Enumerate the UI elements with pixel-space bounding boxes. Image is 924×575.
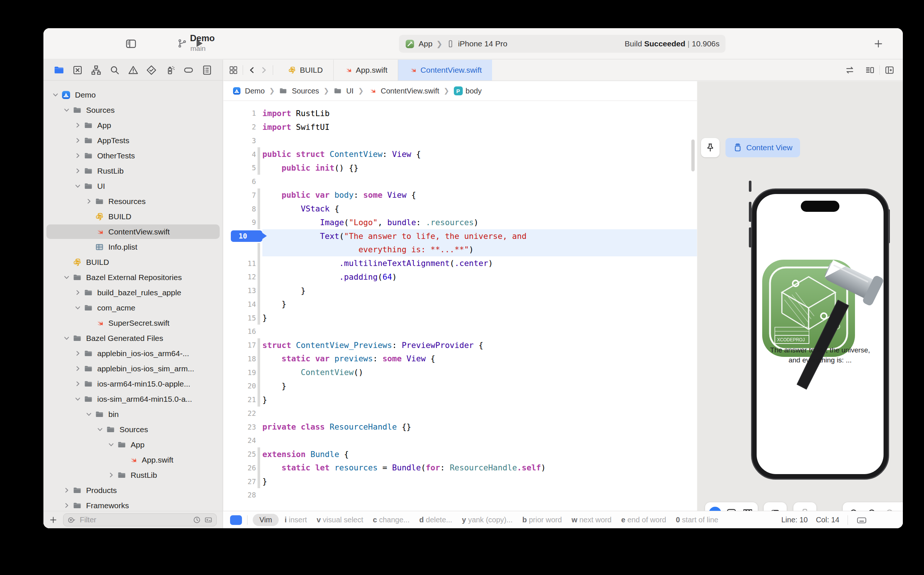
disclosure-closed-icon[interactable]: [72, 289, 83, 296]
line-gutter[interactable]: 19: [223, 365, 262, 379]
go-back-icon[interactable]: [248, 66, 256, 75]
sidebar-item-ui[interactable]: UI: [43, 178, 223, 194]
disclosure-open-icon[interactable]: [61, 335, 72, 342]
code-line-28[interactable]: 28: [223, 488, 697, 502]
reports-list-icon[interactable]: [201, 64, 213, 76]
code-text[interactable]: [262, 175, 697, 189]
sidebar-item-products[interactable]: Products: [43, 483, 223, 498]
code-line-10[interactable]: 10 Text("The answer to life, the univers…: [223, 229, 697, 243]
sidebar-item-ios-arm64-min15-0-apple-[interactable]: ios-arm64-min15.0-apple...: [43, 376, 223, 391]
sidebar-item-info-plist[interactable]: Info.plist: [43, 239, 223, 254]
line-gutter[interactable]: 6: [223, 175, 262, 189]
sidebar-item-bazel-generated-files[interactable]: Bazel Generated Files: [43, 330, 223, 346]
tests-diamond-icon[interactable]: [145, 64, 157, 76]
code-text[interactable]: }: [262, 297, 697, 311]
code-text[interactable]: .multilineTextAlignment(.center): [262, 256, 697, 270]
code-line-26[interactable]: 26 static let resources = Bundle(for: Re…: [223, 461, 697, 475]
sidebar-item-app-swift[interactable]: App.swift: [43, 452, 223, 467]
code-text[interactable]: everything is: **...**"): [262, 243, 697, 257]
code-text[interactable]: [262, 434, 697, 447]
code-line-9[interactable]: 9 Image("Logo", bundle: .resources): [223, 216, 697, 229]
sidebar-item-build-bazel-rules-apple[interactable]: build_bazel_rules_apple: [43, 285, 223, 300]
code-line-7[interactable]: 7 public var body: some View {: [223, 189, 697, 202]
pin-preview-button[interactable]: [701, 138, 719, 157]
recent-files-clock-icon[interactable]: [192, 516, 201, 524]
disclosure-open-icon[interactable]: [50, 91, 60, 98]
sidebar-item-othertests[interactable]: OtherTests: [43, 148, 223, 163]
disclosure-open-icon[interactable]: [106, 441, 116, 448]
code-line-19[interactable]: 19 ContentView(): [223, 365, 697, 379]
code-text[interactable]: Text("The answer to life, the universe, …: [262, 229, 697, 243]
line-gutter[interactable]: [223, 243, 262, 257]
disclosure-closed-icon[interactable]: [61, 502, 72, 509]
source-control-icon[interactable]: [72, 64, 83, 76]
code-line-1[interactable]: 1import RustLib: [223, 106, 697, 120]
sidebar-item-supersecret-swift[interactable]: SuperSecret.swift: [43, 315, 223, 330]
symbol-hierarchy-icon[interactable]: [90, 64, 102, 76]
code-text[interactable]: .padding(64): [262, 270, 697, 284]
sidebar-item-build[interactable]: BUILD: [43, 209, 223, 224]
code-text[interactable]: [262, 488, 697, 502]
disclosure-closed-icon[interactable]: [72, 122, 83, 129]
sidebar-item-sources[interactable]: Sources: [43, 422, 223, 437]
code-line-24[interactable]: 24: [223, 434, 697, 447]
code-text[interactable]: static let resources = Bundle(for: Resou…: [262, 461, 697, 475]
disclosure-closed-icon[interactable]: [72, 167, 83, 174]
current-line-gutter[interactable]: 10: [223, 229, 262, 243]
disclosure-open-icon[interactable]: [61, 274, 72, 281]
code-text[interactable]: static var previews: some View {: [262, 352, 697, 366]
sidebar-item-applebin-ios-ios-arm64-[interactable]: applebin_ios-ios_arm64-...: [43, 346, 223, 361]
code-text[interactable]: [262, 325, 697, 338]
breadcrumb-contentview-swift[interactable]: ContentView.swift: [368, 87, 439, 95]
line-gutter[interactable]: 1: [223, 106, 262, 120]
keyboard-icon[interactable]: [856, 515, 867, 526]
tab-contentview-swift[interactable]: ContentView.swift: [398, 60, 492, 81]
line-gutter[interactable]: 22: [223, 407, 262, 420]
build-status[interactable]: Build Succeeded|10.906s: [625, 39, 719, 48]
code-text[interactable]: public struct ContentView: View {: [262, 147, 697, 161]
code-line-11[interactable]: 11 .multilineTextAlignment(.center): [223, 256, 697, 270]
line-gutter[interactable]: 24: [223, 434, 262, 447]
code-line-5[interactable]: 5 public init() {}: [223, 161, 697, 175]
line-gutter[interactable]: 16: [223, 325, 262, 338]
code-line-4[interactable]: 4public struct ContentView: View {: [223, 147, 697, 161]
editor-options-icon[interactable]: [865, 65, 875, 75]
code-line-27[interactable]: 27}: [223, 475, 697, 488]
issues-warning-icon[interactable]: [127, 64, 139, 76]
related-items-icon[interactable]: [229, 65, 238, 75]
line-gutter[interactable]: 13: [223, 284, 262, 297]
tab-app-swift[interactable]: App.swift: [334, 60, 398, 81]
code-text[interactable]: struct ContentView_Previews: PreviewProv…: [262, 338, 697, 352]
editor-scrollbar[interactable]: [691, 140, 695, 172]
swap-editor-icon[interactable]: [844, 65, 855, 75]
sidebar-item-build[interactable]: BUILD: [43, 254, 223, 270]
code-text[interactable]: extension Bundle {: [262, 447, 697, 461]
breadcrumb-demo[interactable]: Demo: [232, 86, 265, 95]
sidebar-item-demo[interactable]: Demo: [43, 87, 223, 102]
line-gutter[interactable]: 7: [223, 189, 262, 202]
disclosure-open-icon[interactable]: [72, 396, 83, 402]
destination-name[interactable]: iPhone 14 Pro: [458, 39, 507, 48]
code-line-21[interactable]: 21}: [223, 393, 697, 407]
filter-menu-icon[interactable]: [67, 516, 76, 524]
code-line-17[interactable]: 17struct ContentView_Previews: PreviewPr…: [223, 338, 697, 352]
sidebar-item-app[interactable]: App: [43, 118, 223, 133]
sidebar-item-ios-sim-arm64-min15-0-a-[interactable]: ios-sim_arm64-min15.0-a...: [43, 391, 223, 407]
project-navigator-folder-icon[interactable]: [53, 64, 65, 76]
code-text[interactable]: }: [262, 284, 697, 297]
line-gutter[interactable]: 26: [223, 461, 262, 475]
disclosure-closed-icon[interactable]: [72, 380, 83, 387]
disclosure-closed-icon[interactable]: [72, 365, 83, 372]
breakpoints-capsule-icon[interactable]: [183, 64, 194, 76]
code-text[interactable]: }: [262, 379, 697, 393]
code-line-8[interactable]: 8 VStack {: [223, 202, 697, 216]
code-text[interactable]: ContentView(): [262, 365, 697, 379]
disclosure-open-icon[interactable]: [83, 411, 94, 418]
breadcrumb-ui[interactable]: UI: [334, 87, 354, 95]
disclosure-closed-icon[interactable]: [83, 198, 94, 205]
breadcrumb-sources[interactable]: Sources: [279, 87, 319, 95]
line-gutter[interactable]: 4: [223, 147, 262, 161]
sidebar-item-sources[interactable]: Sources: [43, 102, 223, 118]
code-text[interactable]: private class ResourceHandle {}: [262, 420, 697, 434]
disclosure-closed-icon[interactable]: [61, 487, 72, 494]
